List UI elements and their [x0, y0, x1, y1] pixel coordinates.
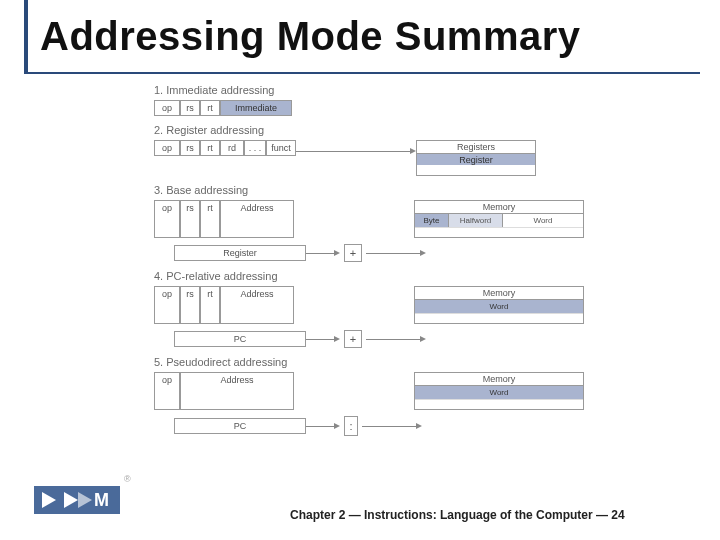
mode-title: 3. Base addressing — [154, 184, 674, 196]
mode-immediate: 1. Immediate addressing op rs rt Immedia… — [154, 84, 674, 116]
mode-title: 1. Immediate addressing — [154, 84, 674, 96]
pc-register: PC — [174, 331, 306, 347]
mem-word: Word — [415, 300, 583, 313]
mode-register: 2. Register addressing op rs rt rd . . .… — [154, 124, 674, 176]
field-op: op — [154, 100, 180, 116]
registered-mark: ® — [124, 474, 131, 484]
field-op: op — [154, 200, 180, 238]
mem-word: Word — [503, 214, 583, 227]
arrow-line — [306, 253, 334, 254]
slide-footer: Chapter 2 — Instructions: Language of th… — [290, 508, 625, 522]
mode-title: 5. Pseudodirect addressing — [154, 356, 674, 368]
mode-pc-relative: 4. PC-relative addressing op rs rt Addre… — [154, 270, 674, 348]
field-rs: rs — [180, 286, 200, 324]
arrow-line — [362, 426, 416, 427]
svg-text:M: M — [94, 490, 109, 510]
field-address: Address — [180, 372, 294, 410]
mem-word: Word — [415, 386, 583, 399]
field-rt: rt — [200, 200, 220, 238]
register-value: Register — [174, 245, 306, 261]
arrow-head-icon — [420, 336, 426, 342]
field-funct: funct — [266, 140, 296, 156]
memory-label: Memory — [415, 287, 583, 299]
concat-icon: : — [344, 416, 358, 436]
arrow-head-icon — [334, 423, 340, 429]
field-op: op — [154, 372, 180, 410]
field-rs: rs — [180, 100, 200, 116]
register-file-box: Registers Register — [416, 140, 536, 176]
arrow-line — [366, 339, 420, 340]
mode-title: 2. Register addressing — [154, 124, 674, 136]
adder-icon: + — [344, 330, 362, 348]
slide-title: Addressing Mode Summary — [40, 14, 581, 59]
memory-label: Memory — [415, 373, 583, 385]
mem-halfword: Halfword — [449, 214, 503, 227]
arrow-line — [306, 426, 334, 427]
registers-label: Registers — [417, 141, 535, 153]
field-rs: rs — [180, 140, 200, 156]
field-op: op — [154, 140, 180, 156]
register-strip: Register — [417, 153, 535, 165]
arrow-head-icon — [416, 423, 422, 429]
memory-box: Memory Word — [414, 372, 584, 410]
field-immediate: Immediate — [220, 100, 292, 116]
field-rd: rd — [220, 140, 244, 156]
field-rs: rs — [180, 200, 200, 238]
pc-register: PC — [174, 418, 306, 434]
arrow-head-icon — [334, 336, 340, 342]
title-underline — [24, 72, 700, 74]
arrow-line — [366, 253, 420, 254]
arrow-head-icon — [334, 250, 340, 256]
arrow-head-icon — [420, 250, 426, 256]
field-rt: rt — [200, 140, 220, 156]
field-address: Address — [220, 286, 294, 324]
publisher-logo: M — [34, 480, 120, 520]
adder-icon: + — [344, 244, 362, 262]
mode-title: 4. PC-relative addressing — [154, 270, 674, 282]
field-rt: rt — [200, 286, 220, 324]
memory-box: Memory Byte Halfword Word — [414, 200, 584, 238]
field-address: Address — [220, 200, 294, 238]
mem-byte: Byte — [415, 214, 449, 227]
diagram-area: 1. Immediate addressing op rs rt Immedia… — [154, 84, 674, 444]
field-rt: rt — [200, 100, 220, 116]
arrow-line — [296, 151, 410, 152]
arrow-line — [306, 339, 334, 340]
title-accent-bar — [24, 0, 28, 72]
mode-pseudodirect: 5. Pseudodirect addressing op Address Me… — [154, 356, 674, 436]
mode-base: 3. Base addressing op rs rt Address Memo… — [154, 184, 674, 262]
memory-label: Memory — [415, 201, 583, 213]
field-op: op — [154, 286, 180, 324]
field-shamt: . . . — [244, 140, 266, 156]
memory-box: Memory Word — [414, 286, 584, 324]
